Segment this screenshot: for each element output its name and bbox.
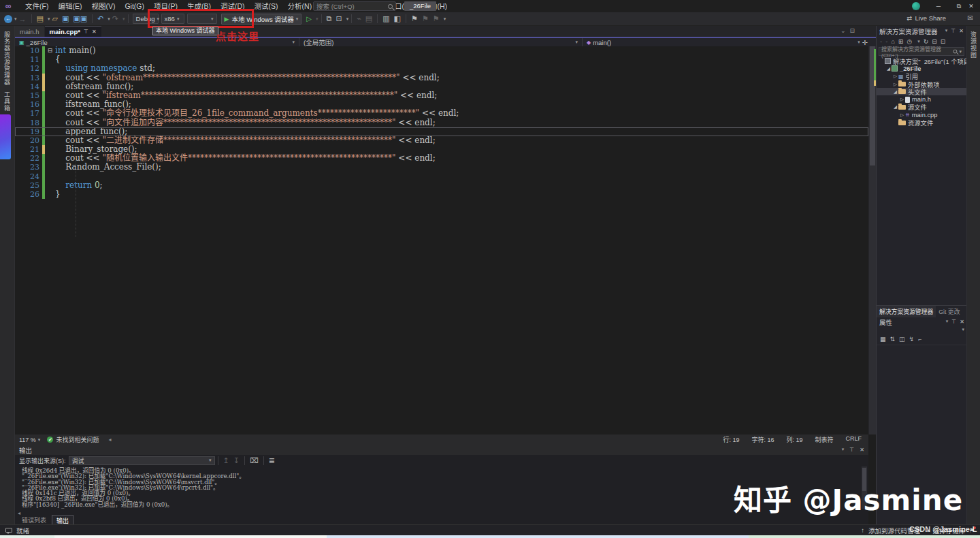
next-message-icon[interactable]: ↧ (231, 456, 242, 465)
undo-icon[interactable]: ↶ (95, 14, 105, 23)
open-folder-icon[interactable]: ▱ (50, 14, 59, 23)
bookmark-next-icon[interactable]: ⚑ (431, 14, 442, 23)
new-file-icon[interactable]: ▤ (35, 14, 46, 23)
live-share-button[interactable]: ⇄ Live Share (907, 14, 946, 22)
code-line[interactable]: 15 cout << "ifstream********************… (15, 91, 868, 100)
tree-expander-icon[interactable]: ◢ (885, 66, 892, 72)
feedback-bubble-icon[interactable] (5, 528, 12, 533)
navigate-back-icon[interactable]: ← (4, 15, 12, 23)
window-layout-icon[interactable]: ⊡ (333, 14, 344, 23)
attach-debugger-icon[interactable]: ⧉ (325, 14, 334, 23)
properties-combo-dropdown[interactable]: ▾ (962, 327, 964, 334)
caret-col[interactable]: 列: 19 (786, 435, 802, 444)
zoom-dropdown[interactable]: ▾ (38, 437, 41, 443)
left-rail-tab[interactable]: 服务器资源管理器 (3, 31, 12, 86)
menu-item[interactable]: 项目(P) (149, 0, 182, 12)
tree-expander-icon[interactable]: ▷ (899, 97, 905, 102)
redo-icon[interactable]: ↷ (110, 14, 120, 23)
platform-dropdown[interactable]: x86▾ (161, 14, 184, 24)
code-line[interactable]: 10⊟int main() (15, 46, 868, 55)
solution-explorer-header[interactable]: 解决方案资源管理器 ▾ ⊤ ✕ (877, 26, 966, 36)
symbol-dropdown[interactable]: ◆ main() ▾ ✛ (583, 38, 876, 46)
code-line[interactable]: 18 cout << "向文件追加内容*********************… (15, 118, 868, 127)
left-rail-tab[interactable]: 工具箱 (3, 91, 12, 112)
home-icon[interactable]: ⌂ (891, 38, 894, 45)
output-header[interactable]: 输出 ▾ ⊤ ✕ (15, 445, 868, 455)
pin-icon[interactable]: ⊤ (849, 447, 854, 453)
code-line[interactable]: 24 (15, 172, 868, 181)
pin-icon[interactable]: ⊤ (951, 28, 956, 34)
output-window-dropdown[interactable]: ▾ (842, 447, 845, 453)
tree-item[interactable]: ▷外部依赖项 (877, 80, 966, 88)
close-button[interactable]: ✕ (962, 0, 980, 12)
property-pages-icon[interactable]: ◫ (899, 336, 905, 343)
document-tab[interactable]: main.cpp*⊤✕ (45, 26, 101, 37)
indent-decrease-icon[interactable]: ▥ (380, 14, 391, 23)
output-source-dropdown[interactable]: 调试▾ (69, 456, 215, 465)
code-line[interactable]: 13 cout << "ofstream********************… (15, 74, 868, 82)
code-line[interactable]: 23 Random_Access_File(); (15, 163, 868, 172)
bookmark-icon[interactable]: ⚑ (409, 14, 420, 23)
menu-item[interactable]: 文件(F) (20, 0, 53, 12)
document-tab[interactable]: main.h (15, 26, 44, 37)
collapse-all-icon[interactable]: ⊟ (932, 38, 937, 45)
panel-dropdown[interactable]: ▾ (945, 28, 948, 34)
feedback-icon[interactable]: ✉ (968, 14, 973, 22)
health-status[interactable]: 未找到相关问题 (56, 435, 99, 444)
search-icon[interactable] (388, 4, 393, 9)
close-panel-icon[interactable]: ✕ (860, 447, 864, 453)
save-all-icon[interactable]: ▣▣ (71, 14, 89, 23)
events-icon[interactable]: ↯ (909, 336, 915, 343)
navigate-forward-icon[interactable]: → (17, 15, 29, 23)
tree-expander-icon[interactable]: ◢ (892, 89, 898, 95)
right-rail-tab[interactable]: 资源视图 (969, 31, 978, 59)
breakpoint-icon[interactable]: ⌁ (355, 14, 363, 23)
tree-item[interactable]: ▷⧺main.cpp (877, 111, 966, 118)
redo-dropdown[interactable]: ▾ (122, 16, 125, 22)
tree-item[interactable]: ▷main.h (877, 95, 966, 103)
word-wrap-icon[interactable]: ≣ (267, 456, 277, 465)
caret-line[interactable]: 行: 19 (723, 435, 739, 444)
fold-marker-icon[interactable]: ⊟ (45, 46, 55, 55)
start-without-debugging-icon[interactable]: ▷ (304, 15, 314, 22)
menu-item[interactable]: 编辑(E) (53, 0, 86, 12)
menu-item[interactable]: 生成(B) (182, 0, 216, 12)
menu-item[interactable]: 视图(V) (86, 0, 120, 12)
add-view-icon[interactable]: ✛ (862, 39, 868, 46)
code-line[interactable]: 20 cout << "二进制文件存储*********************… (15, 136, 868, 145)
close-panel-icon[interactable]: ✕ (959, 28, 964, 34)
tree-item[interactable]: 资源文件 (877, 118, 966, 126)
explorer-tab[interactable]: Git 更改 (936, 306, 962, 317)
prev-message-icon[interactable]: ↥ (221, 456, 231, 465)
user-avatar[interactable] (912, 2, 920, 10)
code-editor[interactable]: 10⊟int main()11{12 using namespace std;1… (15, 46, 868, 434)
editor-vertical-scrollbar[interactable] (868, 46, 876, 434)
switch-views-icon[interactable]: ⊞ (898, 38, 904, 45)
forward-icon[interactable]: ◦ (885, 38, 887, 45)
tree-expander-icon[interactable]: ▷ (892, 82, 898, 87)
caret-char[interactable]: 字符: 16 (751, 435, 774, 444)
pending-changes-icon[interactable]: ◷ (906, 38, 912, 45)
categorized-icon[interactable]: ▦ (880, 336, 886, 343)
solution-search-box[interactable]: 搜索解决方案资源管理器(Ctrl+;) ▾ (879, 47, 964, 56)
clear-all-icon[interactable]: ⌧ (248, 456, 261, 465)
global-scope-dropdown[interactable]: (全局范围)▾ (299, 38, 583, 46)
close-panel-icon[interactable]: ✕ (960, 319, 964, 325)
messages-icon[interactable]: ⌐ (918, 336, 921, 343)
menu-item[interactable]: 测试(S) (250, 0, 283, 12)
code-line[interactable]: 26} (15, 190, 868, 199)
tabs-mode[interactable]: 制表符 (815, 435, 833, 444)
tree-item[interactable]: ▷▦引用 (877, 73, 966, 80)
menu-item[interactable]: 调试(D) (216, 0, 250, 12)
zoom-level[interactable]: 117 % (19, 437, 36, 443)
panel-dropdown[interactable]: ▾ (946, 319, 949, 325)
minimize-button[interactable]: ─ (930, 0, 947, 12)
tree-item[interactable]: ◢源文件 (877, 104, 966, 111)
pin-icon[interactable]: ⊤ (84, 29, 88, 35)
startup-item-dropdown[interactable]: ▾ (187, 14, 217, 24)
explorer-tab[interactable]: 解决方案资源管理器 (877, 306, 936, 317)
show-all-files-icon[interactable]: ⊡ (941, 38, 946, 45)
split-window-icon[interactable]: ⊟ (850, 27, 855, 34)
pin-icon[interactable]: ⊤ (951, 319, 956, 325)
tree-expander-icon[interactable]: ▷ (899, 112, 905, 118)
